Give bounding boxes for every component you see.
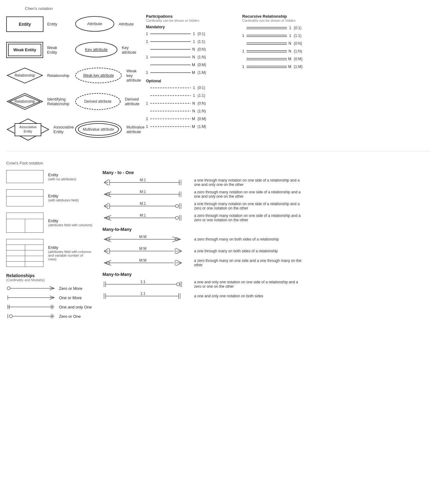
m1-diagram3: M:1 bbox=[102, 202, 189, 210]
many-to-many2-title: Many-to-Many bbox=[102, 272, 430, 277]
entity-row: Entity Entity bbox=[6, 14, 68, 34]
optional-row-01: 1 (0:1) bbox=[146, 85, 236, 91]
svg-line-109 bbox=[104, 251, 109, 254]
mm-diagram3: M:M bbox=[102, 259, 189, 267]
varrows-entity-box bbox=[6, 239, 43, 267]
svg-point-60 bbox=[9, 315, 12, 318]
weak-entity-row: Weak Entity Weak Entity bbox=[6, 40, 68, 60]
svg-text:M:M: M:M bbox=[139, 235, 146, 239]
11-diagram1: 1:1 bbox=[102, 280, 189, 289]
identifying-rel-label: Identifying Relationship bbox=[47, 97, 70, 106]
svg-text:M:1: M:1 bbox=[140, 201, 146, 206]
svg-text:1:1: 1:1 bbox=[140, 280, 146, 284]
crows-entity-varrows: Entity (attributes field with columns an… bbox=[6, 239, 93, 267]
recursive-row-01: 1 (0:1) bbox=[242, 25, 317, 31]
recursive-section: Recursive Relationship Cardinality can b… bbox=[236, 14, 317, 142]
svg-line-47 bbox=[50, 288, 54, 290]
optional-label: Optional bbox=[146, 79, 236, 83]
svg-line-108 bbox=[104, 248, 109, 251]
svg-text:Relationship: Relationship bbox=[15, 99, 35, 104]
zero-or-one-label: Zero or One bbox=[59, 314, 81, 319]
weak-key-attr-row: Weak key attribute Weak key attribute bbox=[75, 65, 137, 86]
simple-entity-sub: (with no attributes) bbox=[48, 177, 76, 181]
11-diagram2: 1:1 bbox=[102, 292, 189, 300]
svg-text:Key attribute: Key attribute bbox=[85, 47, 108, 52]
mandatory-row-11: 1 1 (1:1) bbox=[146, 38, 236, 45]
chens-title: Chen's notation bbox=[25, 6, 430, 11]
rels-section: Relationships (Cardinality and Modality) bbox=[6, 273, 93, 320]
svg-line-125 bbox=[176, 263, 182, 266]
simple-entity-label: Entity bbox=[48, 173, 76, 177]
svg-text:M:M: M:M bbox=[139, 246, 146, 251]
optional-row-11: 1 (1:1) bbox=[146, 92, 236, 99]
svg-point-86 bbox=[175, 205, 179, 208]
rel-one-or-more: One or More bbox=[6, 294, 93, 301]
crows-entity-cols: Entity (attributes field with columns) bbox=[6, 213, 93, 233]
optional-row-0n: 1 N (0:N) bbox=[146, 100, 236, 106]
weak-key-attr-shape: Weak key attribute bbox=[75, 67, 123, 84]
derived-attr-row: Derived attribute Derived attribute bbox=[75, 91, 137, 111]
11-row1: 1:1 a one and only one notation on one s… bbox=[102, 280, 430, 289]
mandatory-row-0m: M (0:M) bbox=[146, 62, 236, 68]
mm-row1: M:M a zero through many on both sides of… bbox=[102, 235, 430, 244]
relationship-label: Relationship bbox=[47, 73, 70, 78]
mandatory-row-0n: N (0:N) bbox=[146, 46, 236, 52]
rel-zero-or-one: Zero or One bbox=[6, 313, 93, 320]
recursive-title: Recursive Relationship bbox=[242, 14, 317, 19]
identifying-rel-shape: Relationship bbox=[6, 92, 43, 110]
weak-entity-label: Weak Entity bbox=[47, 45, 68, 55]
mm-row2: M:M a one through many on both sides of … bbox=[102, 247, 430, 255]
m1-row4: M:1 a zero through many notation on one … bbox=[102, 214, 430, 222]
multivalue-attr-row: Multivalue attribute Multivalue attribut… bbox=[75, 117, 137, 142]
recursive-row-1n: 1 N (1:N) bbox=[242, 48, 317, 54]
svg-line-124 bbox=[176, 260, 182, 263]
crows-diagrams-col: Many - to - One M:1 bbox=[93, 170, 430, 322]
recursive-row-0m: M (0:M) bbox=[242, 56, 317, 62]
attribute-label: Attribute bbox=[119, 22, 134, 26]
m1-row3: M:1 a one through many notation on one s… bbox=[102, 202, 430, 210]
participations-title: Participations bbox=[146, 14, 236, 19]
recursive-subtitle: Cardinality can be shown or hidden bbox=[242, 19, 317, 22]
svg-point-44 bbox=[7, 287, 10, 290]
many-to-one-title: Many - to - One bbox=[102, 170, 430, 175]
svg-text:1:1: 1:1 bbox=[140, 291, 146, 296]
multivalue-attr-shape: Multivalue attribute bbox=[75, 120, 123, 139]
key-attr-label: Key attribute bbox=[122, 45, 137, 55]
zero-or-more-label: Zero or More bbox=[59, 286, 82, 291]
divider bbox=[6, 151, 430, 151]
11-row2: 1:1 a one and only one notation on both … bbox=[102, 292, 430, 300]
svg-text:Attribute: Attribute bbox=[87, 21, 102, 26]
svg-text:Derived attribute: Derived attribute bbox=[84, 99, 111, 104]
recursive-row-0n: N (0:N) bbox=[242, 40, 317, 47]
recursive-row-11: 1 1 (1:1) bbox=[242, 33, 317, 39]
svg-line-52 bbox=[50, 298, 54, 299]
mm-row3: M:M a zero through many on one side and … bbox=[102, 259, 430, 267]
optional-row-1m: 1 M (1:M) bbox=[146, 124, 236, 130]
svg-line-81 bbox=[104, 206, 109, 209]
attribute-row: Attribute Attribute bbox=[75, 14, 137, 34]
svg-line-115 bbox=[176, 251, 182, 254]
svg-line-80 bbox=[104, 203, 109, 206]
entity-shape: Entity bbox=[6, 16, 43, 32]
svg-line-51 bbox=[50, 296, 54, 298]
one-only-label: One and only One bbox=[59, 305, 92, 309]
svg-point-95 bbox=[175, 216, 179, 219]
page: Chen's notation Entity Entity Weak Entit… bbox=[6, 6, 430, 322]
crows-section: Crow's Foot notation Entity (with no att… bbox=[6, 161, 430, 322]
mm-diagram2: M:M bbox=[102, 247, 189, 255]
m1-diagram4: M:1 bbox=[102, 214, 189, 222]
svg-text:M:1: M:1 bbox=[140, 213, 146, 218]
mandatory-row-1n: 1 N (1:N) bbox=[146, 54, 236, 60]
rels-subtitle: (Cardinality and Modality) bbox=[6, 278, 93, 282]
svg-text:M:1: M:1 bbox=[140, 190, 146, 194]
assoc-entity-row: Associative Entity Associative Entity bbox=[6, 117, 68, 142]
optional-row-1n: N (1:N) bbox=[146, 108, 236, 114]
mm-diagram1: M:M bbox=[102, 235, 189, 244]
one-or-more-label: One or More bbox=[59, 295, 82, 300]
entity-label: Entity bbox=[47, 22, 57, 26]
cols-entity-box bbox=[6, 213, 43, 233]
derived-attr-shape: Derived attribute bbox=[75, 92, 121, 110]
svg-line-65 bbox=[104, 182, 109, 185]
svg-point-132 bbox=[176, 283, 179, 286]
svg-line-64 bbox=[104, 180, 109, 182]
